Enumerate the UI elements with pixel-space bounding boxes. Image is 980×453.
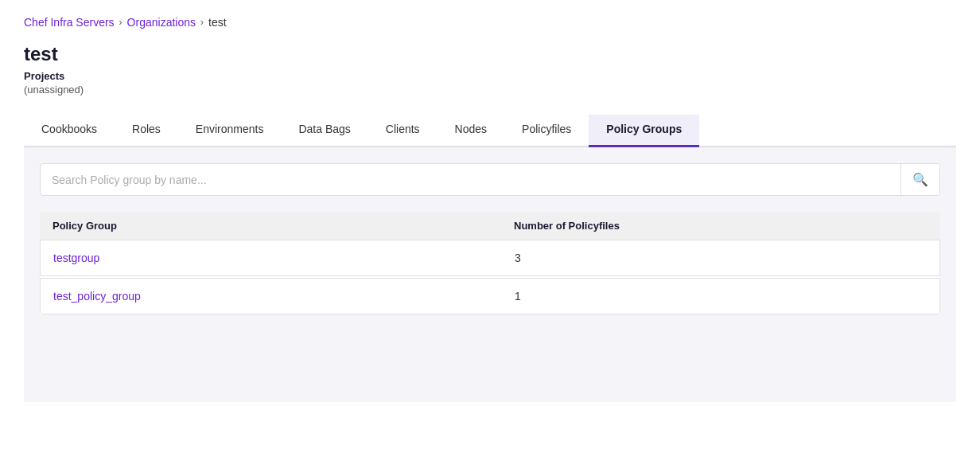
breadcrumb: Chef Infra Servers › Organizations › tes… (24, 16, 956, 29)
col-header-num-policyfiles: Number of Policyfiles (514, 220, 928, 232)
search-icon: 🔍 (912, 173, 928, 186)
col-header-policy-group: Policy Group (52, 220, 514, 232)
breadcrumb-current: test (208, 16, 227, 29)
tab-clients[interactable]: Clients (368, 115, 438, 147)
breadcrumb-sep-1: › (119, 17, 122, 28)
row-num-policyfiles-1: 3 (515, 252, 927, 264)
tab-roles[interactable]: Roles (115, 115, 178, 147)
search-input[interactable] (41, 166, 900, 194)
policy-group-link-2[interactable]: test_policy_group (53, 290, 141, 303)
page-container: Chef Infra Servers › Organizations › tes… (0, 0, 980, 453)
tab-policy-groups[interactable]: Policy Groups (589, 115, 699, 147)
row-policy-group-1: testgroup (53, 252, 515, 264)
search-bar: 🔍 (40, 163, 940, 196)
projects-value: (unassigned) (24, 84, 956, 96)
policy-group-link-1[interactable]: testgroup (53, 252, 99, 264)
breadcrumb-sep-2: › (200, 17, 204, 28)
tabs-container: Cookbooks Roles Environments Data Bags C… (24, 115, 956, 147)
search-button[interactable]: 🔍 (900, 164, 939, 195)
row-policy-group-2: test_policy_group (53, 290, 515, 303)
table-row: test_policy_group 1 (40, 278, 940, 314)
tab-data-bags[interactable]: Data Bags (281, 115, 368, 147)
page-title: test (24, 43, 956, 65)
tab-nodes[interactable]: Nodes (438, 115, 504, 147)
row-num-policyfiles-2: 1 (515, 290, 927, 303)
breadcrumb-servers-link[interactable]: Chef Infra Servers (24, 16, 115, 29)
tab-policyfiles[interactable]: Policyfiles (504, 115, 589, 147)
breadcrumb-orgs-link[interactable]: Organizations (127, 16, 196, 29)
table-row: testgroup 3 (40, 240, 940, 276)
tab-cookbooks[interactable]: Cookbooks (24, 115, 115, 147)
tab-environments[interactable]: Environments (178, 115, 282, 147)
projects-label: Projects (24, 70, 956, 82)
content-area: 🔍 Policy Group Number of Policyfiles tes… (24, 147, 956, 402)
table-header: Policy Group Number of Policyfiles (40, 212, 940, 240)
policy-groups-table: Policy Group Number of Policyfiles testg… (40, 212, 940, 314)
